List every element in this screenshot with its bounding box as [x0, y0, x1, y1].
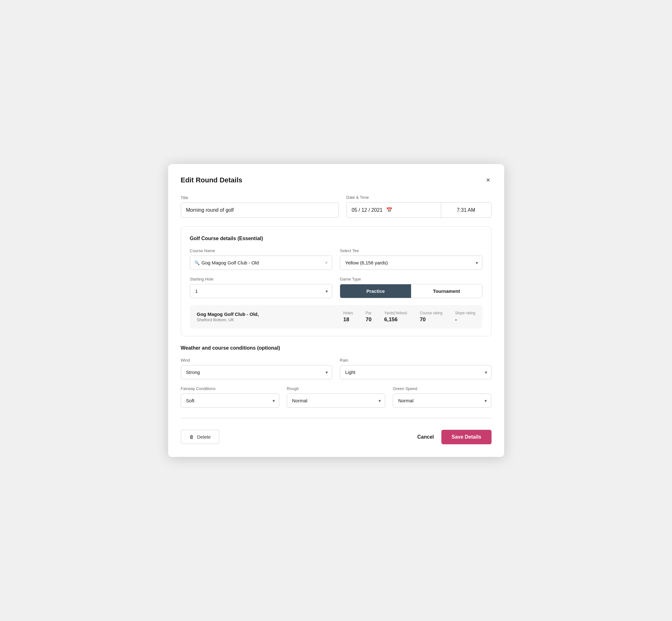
green-speed-dropdown[interactable]: SlowNormalFastVery Fast [393, 394, 491, 408]
datetime-fields: 05 / 12 / 2021 📅 7:31 AM [346, 202, 492, 218]
delete-button[interactable]: 🗑 Delete [181, 430, 219, 444]
cancel-button[interactable]: Cancel [417, 434, 434, 440]
fairway-label: Fairway Conditions [181, 386, 279, 391]
wind-group: Wind CalmLightModerateStrongVery Strong … [181, 358, 333, 379]
game-type-label: Game Type [340, 277, 482, 282]
modal-header: Edit Round Details × [181, 175, 492, 185]
weather-section-title: Weather and course conditions (optional) [181, 345, 492, 351]
date-field[interactable]: 05 / 12 / 2021 📅 [346, 202, 441, 218]
par-stat: Par 70 [366, 311, 372, 323]
course-info-name: Gog Magog Golf Club - Old, Shelford Bott… [197, 312, 344, 322]
footer-divider [181, 418, 492, 418]
wind-rain-row: Wind CalmLightModerateStrongVery Strong … [181, 358, 492, 379]
green-speed-wrapper: SlowNormalFastVery Fast ▾ [393, 394, 491, 408]
slope-rating-label: Slope rating [455, 311, 475, 315]
footer-right: Cancel Save Details [417, 430, 492, 444]
starting-hole-dropdown[interactable]: 1234 5678 910 [190, 284, 333, 298]
course-name-clear-button[interactable]: × [325, 260, 328, 266]
select-tee-group: Select Tee Yellow (6,156 yards) White Re… [340, 248, 482, 270]
course-tee-row: Course Name 🔍 × Select Tee Yellow (6,156… [190, 248, 482, 270]
holes-value: 18 [343, 317, 349, 323]
time-value: 7:31 AM [457, 207, 475, 213]
fairway-dropdown[interactable]: DryNormalSoftWet [181, 394, 279, 408]
rain-wrapper: NoneLightModerateHeavy ▾ [340, 365, 492, 379]
rough-group: Rough ShortNormalLongVery Long ▾ [287, 386, 385, 408]
modal-title: Edit Round Details [181, 176, 243, 184]
hole-gametype-row: Starting Hole 1234 5678 910 ▾ Game Type … [190, 277, 482, 298]
starting-hole-label: Starting Hole [190, 277, 333, 282]
holes-stat: Holes 18 [343, 311, 353, 323]
tournament-button[interactable]: Tournament [411, 284, 482, 298]
game-type-toggle: Practice Tournament [340, 284, 482, 298]
datetime-label: Date & Time [346, 195, 492, 200]
holes-label: Holes [343, 311, 353, 315]
yards-stat: Yards(Yellow) 6,156 [384, 311, 407, 323]
conditions-row: Fairway Conditions DryNormalSoftWet ▾ Ro… [181, 386, 492, 408]
course-search-wrap: 🔍 × [190, 256, 333, 270]
title-input[interactable] [181, 203, 339, 218]
rough-wrapper: ShortNormalLongVery Long ▾ [287, 394, 385, 408]
course-info-name-text: Gog Magog Golf Club - Old, [197, 312, 344, 317]
select-tee-label: Select Tee [340, 248, 482, 253]
rain-group: Rain NoneLightModerateHeavy ▾ [340, 358, 492, 379]
starting-hole-group: Starting Hole 1234 5678 910 ▾ [190, 277, 333, 298]
yards-label: Yards(Yellow) [384, 311, 407, 315]
fairway-group: Fairway Conditions DryNormalSoftWet ▾ [181, 386, 279, 408]
course-info-location: Shelford Bottom, UK [197, 318, 344, 322]
green-speed-label: Green Speed [393, 386, 491, 391]
yards-value: 6,156 [384, 317, 398, 323]
par-label: Par [366, 311, 372, 315]
course-rating-label: Course rating [420, 311, 442, 315]
course-card: Golf Course details (Essential) Course N… [181, 226, 492, 336]
weather-section: Weather and course conditions (optional)… [181, 345, 492, 408]
starting-hole-wrapper: 1234 5678 910 ▾ [190, 284, 333, 298]
wind-label: Wind [181, 358, 333, 363]
course-name-label: Course Name [190, 248, 333, 253]
course-rating-value: 70 [420, 317, 426, 323]
datetime-field-group: Date & Time 05 / 12 / 2021 📅 7:31 AM [346, 195, 492, 218]
close-button[interactable]: × [485, 175, 492, 185]
edit-round-modal: Edit Round Details × Title Date & Time 0… [168, 164, 504, 457]
calendar-icon: 📅 [386, 207, 392, 213]
course-rating-stat: Course rating 70 [420, 311, 442, 323]
title-field-group: Title [181, 195, 339, 218]
select-tee-wrapper: Yellow (6,156 yards) White Red Blue ▾ [340, 256, 482, 270]
rough-dropdown[interactable]: ShortNormalLongVery Long [287, 394, 385, 408]
course-stats: Holes 18 Par 70 Yards(Yellow) 6,156 Cour… [343, 311, 475, 323]
time-field[interactable]: 7:31 AM [441, 202, 492, 218]
course-info-row: Gog Magog Golf Club - Old, Shelford Bott… [190, 305, 482, 329]
course-name-group: Course Name 🔍 × [190, 248, 333, 270]
slope-rating-value: - [455, 317, 457, 323]
course-card-title: Golf Course details (Essential) [190, 236, 482, 241]
course-name-input[interactable] [190, 256, 333, 270]
par-value: 70 [366, 317, 372, 323]
rain-label: Rain [340, 358, 492, 363]
slope-rating-stat: Slope rating - [455, 311, 475, 323]
wind-wrapper: CalmLightModerateStrongVery Strong ▾ [181, 365, 333, 379]
rain-dropdown[interactable]: NoneLightModerateHeavy [340, 365, 492, 379]
game-type-group: Game Type Practice Tournament [340, 277, 482, 298]
green-speed-group: Green Speed SlowNormalFastVery Fast ▾ [393, 386, 491, 408]
top-row: Title Date & Time 05 / 12 / 2021 📅 7:31 … [181, 195, 492, 218]
save-button[interactable]: Save Details [442, 430, 491, 444]
date-value: 05 / 12 / 2021 [352, 207, 383, 213]
title-label: Title [181, 195, 339, 200]
delete-label: Delete [197, 434, 211, 440]
select-tee-dropdown[interactable]: Yellow (6,156 yards) White Red Blue [340, 256, 482, 270]
search-icon: 🔍 [194, 260, 200, 265]
trash-icon: 🗑 [189, 434, 194, 440]
wind-dropdown[interactable]: CalmLightModerateStrongVery Strong [181, 365, 333, 379]
fairway-wrapper: DryNormalSoftWet ▾ [181, 394, 279, 408]
modal-footer: 🗑 Delete Cancel Save Details [181, 427, 492, 444]
rough-label: Rough [287, 386, 385, 391]
practice-button[interactable]: Practice [340, 284, 411, 298]
